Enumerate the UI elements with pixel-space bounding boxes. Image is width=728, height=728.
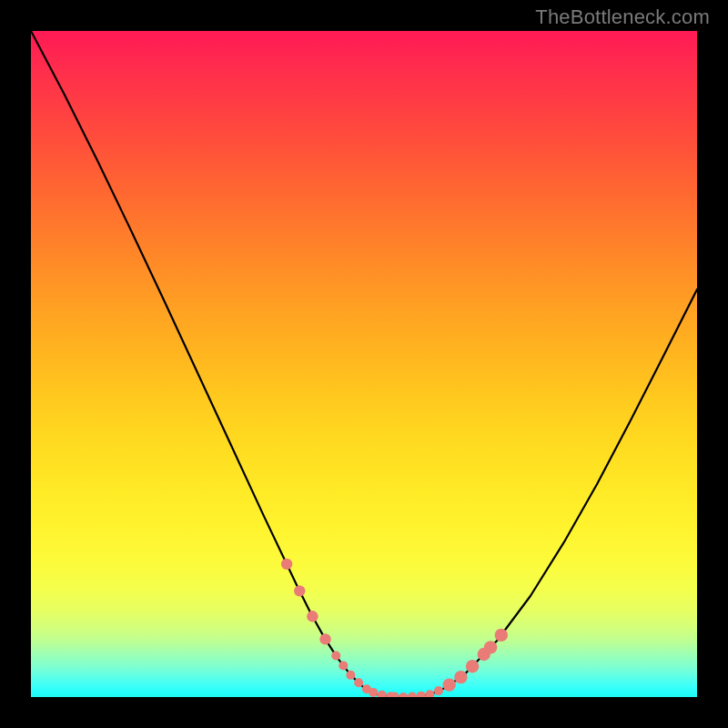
highlight-dot xyxy=(484,641,497,653)
highlight-dot xyxy=(466,660,479,672)
highlight-dot xyxy=(307,611,318,622)
highlight-dot xyxy=(281,559,292,570)
watermark-text: TheBottleneck.com xyxy=(535,5,710,29)
highlight-dot xyxy=(434,686,443,695)
highlight-dot xyxy=(408,693,417,697)
highlight-dot xyxy=(331,652,340,661)
highlight-dot xyxy=(346,671,355,680)
plot-area xyxy=(31,31,697,697)
highlight-dot xyxy=(319,633,330,644)
highlight-dot xyxy=(339,661,348,670)
highlight-dot xyxy=(294,585,305,596)
highlight-dot xyxy=(378,691,387,697)
highlight-dot xyxy=(425,690,434,697)
highlight-dot xyxy=(354,678,363,687)
highlight-dot xyxy=(495,629,508,642)
chart-frame: TheBottleneck.com xyxy=(0,0,728,728)
highlight-dot xyxy=(443,678,456,691)
highlight-dot xyxy=(454,671,467,683)
curve-path xyxy=(31,31,697,697)
highlight-dot xyxy=(369,688,378,697)
bottleneck-curve xyxy=(31,31,697,697)
highlight-dot xyxy=(417,692,426,697)
highlight-dot xyxy=(399,693,408,697)
